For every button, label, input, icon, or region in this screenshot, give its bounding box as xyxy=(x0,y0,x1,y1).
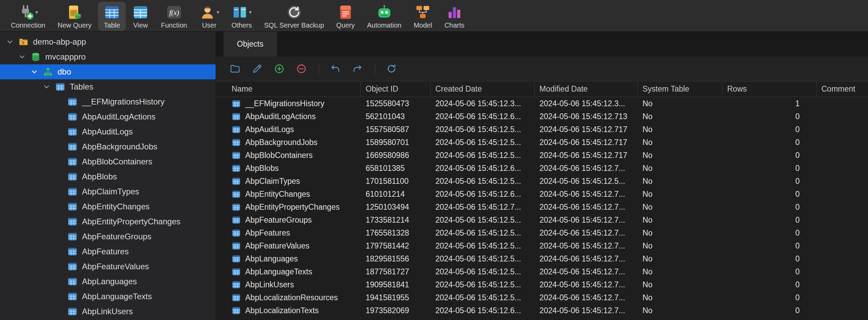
tree-item-abpbackgroundjobs[interactable]: AbpBackgroundJobs xyxy=(0,139,216,154)
toolbar-button-automation[interactable]: Automation xyxy=(361,2,407,31)
table-row[interactable]: AbpAuditLogs15575805872024-05-06 15:45:1… xyxy=(216,123,868,136)
toolbar-button-view[interactable]: View xyxy=(127,2,154,31)
design-table-button[interactable] xyxy=(251,63,263,75)
cell-created_date: 2024-05-06 15:45:12.5... xyxy=(431,278,535,291)
column-header-rows[interactable]: Rows xyxy=(722,81,817,97)
toolbar-button-table[interactable]: Table xyxy=(98,2,126,31)
toolbar-button-others[interactable]: ▾Others xyxy=(226,2,257,31)
import-wizard-button[interactable] xyxy=(329,63,341,75)
table-row[interactable]: AbpFeatures17655813282024-05-06 15:45:12… xyxy=(216,226,868,239)
cell-system_table: No xyxy=(638,265,722,278)
cell-object_id: 1973582069 xyxy=(361,304,431,317)
tree-item-abpclaimtypes[interactable]: AbpClaimTypes xyxy=(0,184,216,199)
main-panel: Objects NameObject IDCreated DateModifie… xyxy=(216,32,868,320)
open-table-button[interactable] xyxy=(229,63,241,75)
table-row[interactable]: AbpClaimTypes17015811002024-05-06 15:45:… xyxy=(216,175,868,188)
cell-rows: 0 xyxy=(722,252,817,265)
table-row[interactable]: __EFMigrationsHistory15255804732024-05-0… xyxy=(216,97,868,110)
tree-item-abplanguages[interactable]: AbpLanguages xyxy=(0,274,216,289)
tree-item-abpblobcontainers[interactable]: AbpBlobContainers xyxy=(0,154,216,169)
table-row[interactable]: AbpAuditLogActions5621010432024-05-06 15… xyxy=(216,110,868,123)
table-row[interactable]: AbpLocalizationResources19415819552024-0… xyxy=(216,291,868,304)
cell-object_id: 562101043 xyxy=(361,110,431,123)
toolbar-button-charts[interactable]: Charts xyxy=(439,2,470,31)
cell-created_date: 2024-05-06 15:45:12.5... xyxy=(431,213,535,226)
tree-item-label: AbpFeatureValues xyxy=(82,262,149,271)
table-row[interactable]: AbpLanguages18295815562024-05-06 15:45:1… xyxy=(216,252,868,265)
table-row[interactable]: AbpEntityChanges6101012142024-05-06 15:4… xyxy=(216,188,868,201)
column-header-modified-date[interactable]: Modified Date xyxy=(535,81,638,97)
tree-item-abpfeaturevalues[interactable]: AbpFeatureValues xyxy=(0,259,216,274)
toolbar-button-function[interactable]: f(x)Function xyxy=(155,2,193,31)
tree-item-abpauditlogs[interactable]: AbpAuditLogs xyxy=(0,124,216,139)
table-row[interactable]: AbpFeatureGroups17335812142024-05-06 15:… xyxy=(216,213,868,226)
table-row[interactable]: AbpLinkUsers19095818412024-05-06 15:45:1… xyxy=(216,278,868,291)
tree-item-abpentitychanges[interactable]: AbpEntityChanges xyxy=(0,199,216,214)
new-table-button[interactable] xyxy=(273,63,285,75)
tree-item-abpblobs[interactable]: AbpBlobs xyxy=(0,169,216,184)
expand-chevron-icon[interactable] xyxy=(5,37,14,46)
table-row[interactable]: AbpEntityPropertyChanges12501034942024-0… xyxy=(216,201,868,213)
cell-system_table: No xyxy=(638,304,722,317)
toolbar-button-label: Table xyxy=(104,21,120,29)
cell-system_table: No xyxy=(638,97,722,110)
cell-object_id: 1941581955 xyxy=(361,291,431,304)
table-row[interactable]: AbpLocalizationTexts19735820692024-05-06… xyxy=(216,304,868,317)
delete-table-button[interactable] xyxy=(295,63,307,75)
toolbar-button-new-query[interactable]: New Query xyxy=(52,2,97,31)
tree-item-label: demo-abp-app xyxy=(33,37,86,47)
expand-chevron-icon[interactable] xyxy=(42,82,51,91)
tab-objects[interactable]: Objects xyxy=(223,32,277,57)
column-header-name[interactable]: Name xyxy=(216,81,361,97)
tree-item-dbo[interactable]: dbo xyxy=(0,64,216,79)
toolbar-button-user[interactable]: ▾User xyxy=(194,2,225,31)
cell-name: AbpBackgroundJobs xyxy=(216,136,361,149)
table-row[interactable]: AbpFeatureValues17975814422024-05-06 15:… xyxy=(216,239,868,252)
tree-item-mvcapppro[interactable]: mvcapppro xyxy=(0,49,216,64)
column-header-object-id[interactable]: Object ID xyxy=(361,81,431,97)
tree-item-abpfeatures[interactable]: AbpFeatures xyxy=(0,244,216,259)
column-header-comment[interactable]: Comment xyxy=(817,81,868,97)
expand-chevron-icon[interactable] xyxy=(30,67,39,76)
table-icon xyxy=(67,246,78,257)
cell-created_date: 2024-05-06 15:45:12.5... xyxy=(431,239,535,252)
refresh-button[interactable] xyxy=(385,63,398,75)
cell-object_id: 1589580701 xyxy=(361,136,431,149)
cell-system_table: No xyxy=(638,278,722,291)
table-row[interactable]: AbpLanguageTexts18775817272024-05-06 15:… xyxy=(216,265,868,278)
cell-rows: 0 xyxy=(722,162,817,175)
tree-item-abpentitypropertychanges[interactable]: AbpEntityPropertyChanges xyxy=(0,214,216,229)
table-icon xyxy=(104,4,120,20)
export-wizard-button[interactable] xyxy=(351,63,364,75)
cell-created_date: 2024-05-06 15:45:12.6... xyxy=(431,110,535,123)
column-header-system-table[interactable]: System Table xyxy=(638,81,722,97)
table-row[interactable]: AbpBlobContainers16695809862024-05-06 15… xyxy=(216,149,868,162)
table-icon xyxy=(232,99,241,108)
column-header-created-date[interactable]: Created Date xyxy=(431,81,535,97)
cell-object_id: 1829581556 xyxy=(361,252,431,265)
toolbar-button-sql-server-backup[interactable]: SQL Server Backup xyxy=(258,2,330,31)
tree-item-efmigrationshistory[interactable]: __EFMigrationsHistory xyxy=(0,94,216,109)
table-icon xyxy=(67,306,78,317)
table-name-text: AbpLocalizationResources xyxy=(245,293,338,302)
toolbar-button-model[interactable]: Model xyxy=(408,2,438,31)
toolbar-button-label: Automation xyxy=(367,21,401,29)
cell-created_date: 2024-05-06 15:45:12.7... xyxy=(431,201,535,213)
tree-item-tables[interactable]: Tables xyxy=(0,79,216,94)
tree-item-abpfeaturegroups[interactable]: AbpFeatureGroups xyxy=(0,229,216,244)
cell-created_date: 2024-05-06 15:45:12.6... xyxy=(431,304,535,317)
cell-created_date: 2024-05-06 15:45:12.5... xyxy=(431,123,535,136)
toolbar-button-query[interactable]: Query xyxy=(331,2,361,31)
view-icon xyxy=(132,4,149,20)
table-row[interactable]: AbpBackgroundJobs15895807012024-05-06 15… xyxy=(216,136,868,149)
database-icon xyxy=(31,52,41,62)
cell-object_id: 1250103494 xyxy=(361,201,431,213)
tree-item-demo-abp-app[interactable]: demo-abp-app xyxy=(0,34,216,49)
expand-chevron-icon[interactable] xyxy=(18,52,27,61)
tree-item-abplinkusers[interactable]: AbpLinkUsers xyxy=(0,304,216,319)
toolbar-button-connection[interactable]: ▾Connection xyxy=(5,2,51,31)
tree-item-abplanguagetexts[interactable]: AbpLanguageTexts xyxy=(0,289,216,304)
tree-item-abpauditlogactions[interactable]: AbpAuditLogActions xyxy=(0,109,216,124)
table-row[interactable]: AbpBlobs6581013852024-05-06 15:45:12.6..… xyxy=(216,162,868,175)
toolbar-button-label: Others xyxy=(231,21,252,29)
